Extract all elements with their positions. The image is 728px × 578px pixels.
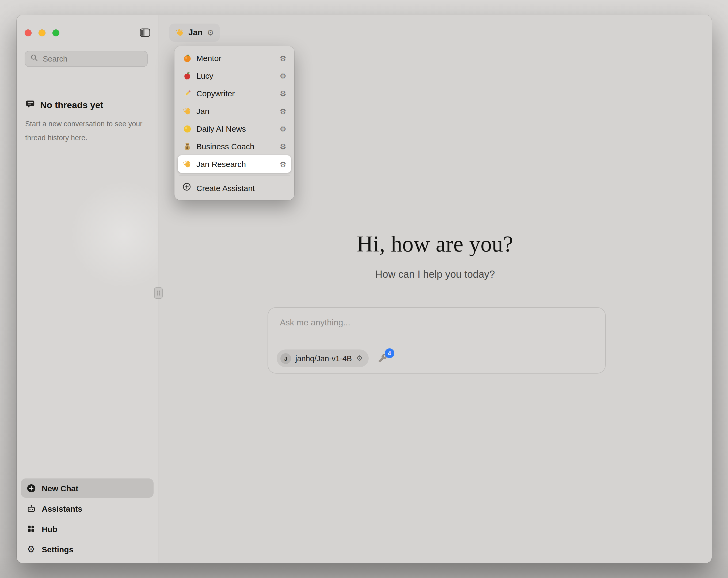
sidebar-item-settings[interactable]: ⚙ Settings [21, 539, 154, 559]
wave-emoji-icon [182, 106, 191, 116]
search-field[interactable] [25, 51, 148, 67]
assistant-menu-item-mentor[interactable]: Mentor ⚙ [178, 49, 291, 67]
menu-divider [179, 176, 290, 176]
plus-circle-icon [26, 483, 36, 493]
assistant-menu-item-label: Mentor [197, 53, 275, 62]
sidebar: No threads yet Start a new conversation … [17, 15, 158, 563]
assistant-menu-item-label: Business Coach [197, 142, 275, 151]
empty-state-title: No threads yet [40, 100, 103, 111]
greeting-subtitle: How can I help you today? [158, 269, 712, 280]
gear-icon[interactable]: ⚙ [207, 29, 214, 37]
gear-icon[interactable]: ⚙ [280, 125, 286, 132]
empty-state-subtitle: Start a new conversation to see your thr… [25, 117, 150, 145]
desktop: No threads yet Start a new conversation … [0, 0, 728, 578]
greeting: Hi, how are you? How can I help you toda… [158, 231, 712, 280]
create-assistant-label: Create Assistant [197, 183, 255, 193]
assistant-menu-item-jan-research[interactable]: Jan Research ⚙ [178, 155, 291, 173]
empty-state: No threads yet Start a new conversation … [25, 100, 150, 145]
chat-bubble-icon [25, 100, 35, 111]
apple-emoji-icon [182, 71, 191, 80]
search-icon [30, 54, 38, 64]
assistant-menu-item-business-coach[interactable]: $ Business Coach ⚙ [178, 137, 291, 155]
assistant-menu-item-daily-ai-news[interactable]: Daily AI News ⚙ [178, 120, 291, 137]
create-assistant-button[interactable]: Create Assistant [178, 179, 291, 197]
model-name: janhq/Jan-v1-4B [295, 354, 352, 362]
assistant-menu-item-label: Jan Research [197, 159, 275, 169]
greeting-title: Hi, how are you? [158, 231, 712, 257]
hub-icon [26, 524, 36, 534]
sidebar-nav: New Chat Assistants Hub ⚙ Settings [21, 477, 154, 559]
sidebar-item-label: Assistants [42, 504, 82, 513]
tools-button[interactable]: 4 [377, 353, 389, 367]
sidebar-item-label: New Chat [42, 483, 78, 493]
assistant-menu-item-copywriter[interactable]: Copywriter ⚙ [178, 84, 291, 102]
money-bag-emoji-icon: $ [182, 142, 191, 151]
sidebar-item-new-chat[interactable]: New Chat [21, 478, 154, 498]
search-input[interactable] [42, 54, 144, 64]
gear-icon[interactable]: ⚙ [280, 143, 286, 150]
gear-icon[interactable]: ⚙ [280, 107, 286, 115]
main-pane: Jan ⚙ Mentor ⚙ Lucy ⚙ Copywriter ⚙ Jan ⚙… [158, 15, 712, 563]
assistant-menu: Mentor ⚙ Lucy ⚙ Copywriter ⚙ Jan ⚙ Daily… [175, 46, 294, 200]
wave-emoji-icon [182, 159, 191, 169]
assistant-chip-label: Jan [188, 28, 203, 37]
plus-circle-outline-icon [182, 182, 191, 193]
wave-emoji-icon [175, 28, 184, 37]
model-avatar: J [280, 353, 291, 364]
gear-icon[interactable]: ⚙ [280, 160, 286, 168]
assistants-icon [26, 504, 36, 513]
sidebar-item-label: Settings [42, 545, 73, 554]
sidebar-resize-handle[interactable] [154, 287, 163, 299]
assistant-menu-item-label: Jan [197, 106, 275, 116]
yellow-circle-emoji-icon [182, 124, 191, 133]
minimize-button[interactable] [38, 29, 46, 36]
model-selector-chip[interactable]: J janhq/Jan-v1-4B ⚙ [277, 350, 368, 367]
wrench-icon [377, 356, 387, 365]
gear-icon[interactable]: ⚙ [280, 90, 286, 97]
assistant-menu-item-label: Copywriter [197, 89, 275, 98]
orange-emoji-icon [182, 53, 191, 62]
sidebar-toggle-icon[interactable] [140, 28, 150, 37]
settings-icon: ⚙ [26, 544, 36, 554]
chat-input[interactable] [279, 317, 595, 328]
gear-icon[interactable]: ⚙ [280, 54, 286, 62]
svg-text:$: $ [186, 145, 188, 149]
assistant-menu-item-label: Lucy [197, 71, 275, 80]
assistant-menu-item-lucy[interactable]: Lucy ⚙ [178, 67, 291, 84]
app-window: No threads yet Start a new conversation … [17, 15, 712, 563]
gear-icon[interactable]: ⚙ [280, 72, 286, 79]
composer[interactable]: J janhq/Jan-v1-4B ⚙ 4 [267, 307, 606, 374]
pencil-emoji-icon [182, 89, 191, 98]
assistant-menu-item-jan[interactable]: Jan ⚙ [178, 102, 291, 120]
close-button[interactable] [25, 29, 31, 36]
tools-count-badge: 4 [385, 348, 394, 358]
sidebar-item-hub[interactable]: Hub [21, 519, 154, 538]
window-controls [25, 29, 59, 36]
sidebar-item-assistants[interactable]: Assistants [21, 499, 154, 518]
assistant-menu-item-label: Daily AI News [197, 124, 275, 133]
model-gear-icon[interactable]: ⚙ [356, 355, 363, 362]
zoom-button[interactable] [52, 29, 59, 36]
assistant-selector-chip[interactable]: Jan ⚙ [169, 24, 220, 42]
sidebar-item-label: Hub [42, 524, 57, 533]
